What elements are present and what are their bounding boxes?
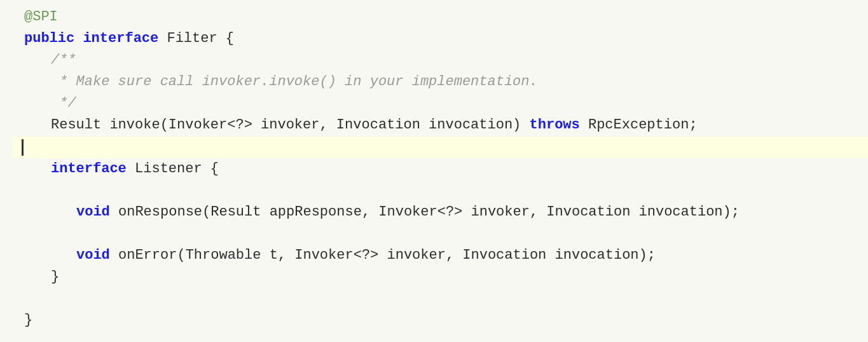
space-1 bbox=[74, 28, 83, 50]
inner-close-brace: } bbox=[51, 266, 59, 288]
line-11-empty bbox=[13, 223, 868, 245]
keyword-interface-listener: interface bbox=[51, 158, 127, 180]
comment-end: */ bbox=[51, 93, 76, 114]
line-10: void onResponse(Result appResponse, Invo… bbox=[13, 202, 868, 223]
text-cursor bbox=[22, 139, 24, 156]
line-6: Result invoke(Invoker<?> invoker, Invoca… bbox=[13, 114, 868, 136]
keyword-interface-filter: interface bbox=[83, 28, 158, 50]
rpc-exception: RpcException; bbox=[580, 114, 698, 136]
outer-close-brace: } bbox=[24, 310, 32, 331]
listener-decl: Listener { bbox=[127, 158, 219, 180]
line-15: } bbox=[13, 310, 868, 331]
result-invoke: Result invoke(Invoker<?> invoker, Invoca… bbox=[51, 114, 530, 136]
keyword-public: public bbox=[24, 28, 74, 50]
line-2: public interface Filter { bbox=[13, 28, 868, 50]
line-12: void onError(Throwable t, Invoker<?> inv… bbox=[13, 245, 868, 266]
line-8: interface Listener { bbox=[13, 158, 868, 180]
keyword-void-error: void bbox=[76, 245, 110, 266]
line-9-empty bbox=[13, 180, 868, 202]
line-14-empty bbox=[13, 288, 868, 310]
keyword-throws: throws bbox=[530, 114, 580, 136]
line-1: @SPI bbox=[13, 6, 868, 28]
line-3: /** bbox=[13, 50, 868, 71]
filter-decl: Filter { bbox=[158, 28, 234, 50]
on-error: onError(Throwable t, Invoker<?> invoker,… bbox=[110, 245, 656, 266]
line-7-highlighted bbox=[13, 137, 868, 158]
comment-start: /** bbox=[51, 50, 76, 71]
line-4: * Make sure call invoker.invoke() in you… bbox=[13, 71, 868, 93]
keyword-void-response: void bbox=[76, 202, 110, 223]
code-editor: @SPI public interface Filter { /** * Mak… bbox=[0, 0, 868, 342]
comment-body: * Make sure call invoker.invoke() in you… bbox=[51, 71, 538, 93]
annotation-spi: @SPI bbox=[24, 6, 58, 28]
line-5: */ bbox=[13, 93, 868, 114]
on-response: onResponse(Result appResponse, Invoker<?… bbox=[110, 202, 740, 223]
line-13: } bbox=[13, 266, 868, 288]
